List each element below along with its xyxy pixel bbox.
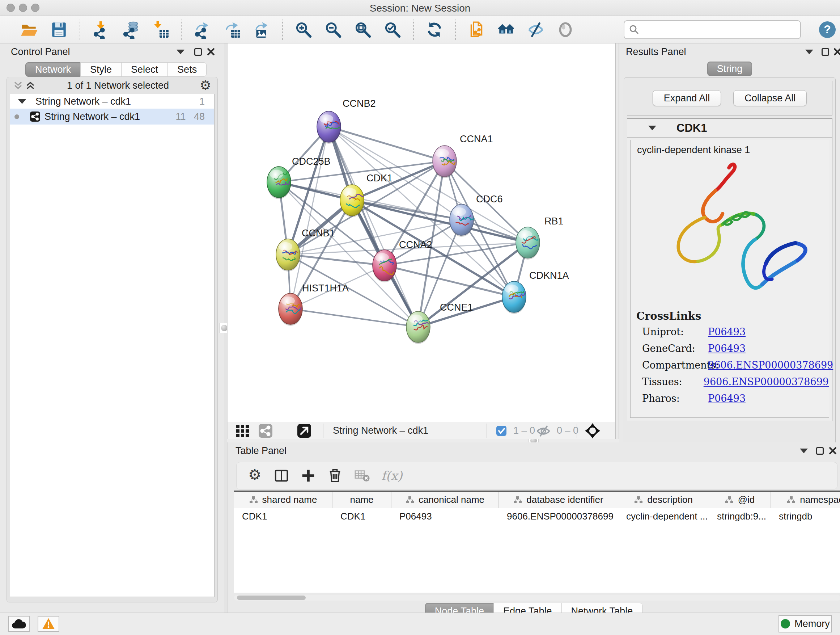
warnings-button[interactable] [38,616,59,632]
table-row[interactable]: CDK1CDK1P064939606.ENSP00000378699cyclin… [234,508,840,524]
document-share-icon[interactable] [467,20,486,40]
export-image-icon[interactable] [252,20,271,40]
selected-checkbox-icon[interactable] [496,424,507,437]
function-builder-icon[interactable]: f(x) [381,469,402,483]
table-horizontal-scrollbar[interactable] [234,595,840,600]
node-CCNE1[interactable] [406,311,430,342]
left-splitter[interactable] [224,43,227,613]
column-header-namespace[interactable]: namespace [771,492,840,508]
node-CCNB1[interactable] [276,239,300,270]
string-home-icon[interactable] [496,20,516,40]
results-panel-float-icon[interactable] [819,46,831,58]
column-header-name[interactable]: name [332,492,392,508]
network-view-canvas[interactable]: CCNB2CCNA1CDC25BCDK1CDC6RB1CCNB1CCNA2CDK… [227,43,615,422]
crosslink-link[interactable]: 9606.ENSP00000378699 [708,358,833,372]
control-panel-menu-icon[interactable] [174,46,187,58]
zoom-out-icon[interactable] [324,20,343,40]
node-CDC25B[interactable] [267,166,291,198]
node-CDK1[interactable] [340,185,364,216]
node-CCNB2[interactable] [317,111,341,142]
tab-network[interactable]: Network [25,62,81,77]
create-column-icon[interactable] [299,466,317,485]
crosslink-link[interactable]: 9606.ENSP00000378699 [704,375,829,389]
network-share-icon[interactable] [259,424,272,437]
edge-HIST1H1A-CCNE1[interactable] [291,309,418,327]
column-header-canonical-name[interactable]: canonical name [392,492,499,508]
structure-preview-toggle-icon[interactable] [556,20,575,40]
delete-table-icon[interactable] [352,466,371,485]
cell-shared-name[interactable]: CDK1 [234,508,332,524]
control-panel-close-icon[interactable] [205,46,217,58]
node-HIST1H1A[interactable] [279,293,302,325]
cell-namespace[interactable]: stringdb [771,508,840,524]
edge-CCNB2-CCNE1[interactable] [329,127,418,327]
collapse-all-button[interactable]: Collapse All [733,90,807,106]
tab-sets[interactable]: Sets [167,62,207,77]
cell-database-identifier[interactable]: 9606.ENSP00000378699 [499,508,618,524]
open-session-icon[interactable] [19,20,39,40]
tab-style[interactable]: Style [80,62,122,77]
scrollbar-thumb[interactable] [237,595,306,600]
crosslink-link[interactable]: P06493 [708,325,745,339]
string-network-graph[interactable]: CCNB2CCNA1CDC25BCDK1CDC6RB1CCNB1CCNA2CDK… [227,43,615,422]
expand-all-button[interactable]: Expand All [653,90,722,106]
node-CDKN1A[interactable] [502,281,526,312]
crosslink-link[interactable]: P06493 [708,342,745,356]
tab-select[interactable]: Select [121,62,168,77]
memory-button[interactable]: Memory [778,615,832,632]
node-CCNA1[interactable] [433,146,456,177]
crosslink-link[interactable]: P06493 [708,392,745,405]
cell-description[interactable]: cyclin-dependent ... [618,508,709,524]
network-tree-row-collection[interactable]: String Network – cdk11 [10,94,214,109]
export-network-icon[interactable] [193,20,212,40]
help-button[interactable]: ? [819,21,836,38]
column-header-description[interactable]: description [618,492,709,508]
column-header-database-identifier[interactable]: database identifier [499,492,618,508]
hidden-eye-slash-icon[interactable] [536,424,551,437]
results-panel-menu-icon[interactable] [803,46,815,58]
cell-name[interactable]: CDK1 [332,508,392,524]
table-options-gear-icon[interactable]: ⚙ [245,466,264,485]
table-panel-float-icon[interactable] [813,445,826,457]
cloud-button[interactable] [8,616,30,632]
node-CDC6[interactable] [450,204,474,235]
cell-canonical-name[interactable]: P06493 [392,508,499,524]
network-tree-row-network[interactable]: String Network – cdk111 48 [10,109,214,125]
show-columns-icon[interactable] [272,466,291,485]
table-panel-close-icon[interactable] [827,445,839,457]
collection-expander-icon[interactable] [18,99,26,104]
export-table-icon[interactable] [222,20,242,40]
import-table-from-file-icon[interactable] [150,20,170,40]
node-details-header[interactable]: CDK1 [627,119,832,138]
collapse-all-networks-icon[interactable] [12,79,24,92]
import-network-from-database-icon[interactable] [121,20,141,40]
control-panel-float-icon[interactable] [192,46,204,58]
edge-CCNB1-CCNA2[interactable] [288,255,385,265]
results-panel-close-icon[interactable] [831,46,840,58]
enhanced-labels-toggle-icon[interactable] [526,20,546,40]
search-input[interactable] [639,22,800,38]
expand-all-networks-icon[interactable] [24,79,36,92]
save-session-icon[interactable] [49,20,69,40]
edge-CCNA2-CDKN1A[interactable] [385,265,514,297]
node-RB1[interactable] [516,227,540,258]
edge-CCNB2-RB1[interactable] [329,127,528,242]
node-CCNA2[interactable] [373,250,396,281]
delete-columns-icon[interactable] [325,466,344,485]
fit-content-crosshair-icon[interactable] [585,424,600,437]
zoom-selected-icon[interactable] [383,20,402,40]
column-header-@id[interactable]: @id [709,492,771,508]
network-options-gear-icon[interactable]: ⚙ [199,79,212,92]
birds-eye-view-icon[interactable] [235,424,251,437]
open-in-new-window-icon[interactable] [297,424,311,437]
right-splitter[interactable] [615,43,619,442]
edge-CCNB2-CCNA1[interactable] [329,127,445,161]
import-network-from-file-icon[interactable] [91,20,111,40]
zoom-in-icon[interactable] [294,20,313,40]
collapse-entry-icon[interactable] [648,126,656,130]
refresh-layout-icon[interactable] [425,20,444,40]
tab-string[interactable]: String [707,62,752,76]
zoom-fit-icon[interactable] [353,20,373,40]
cell-@id[interactable]: stringdb:9... [709,508,771,524]
column-header-shared-name[interactable]: shared name [234,492,332,508]
